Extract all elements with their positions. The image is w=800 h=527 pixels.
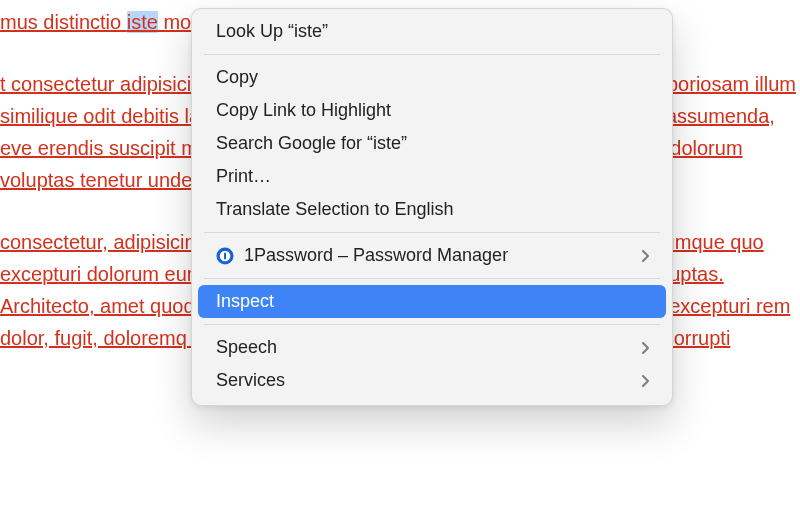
menu-item-inspect[interactable]: Inspect <box>198 285 666 318</box>
p1-pre: mus distinctio <box>0 11 127 33</box>
menu-label: Copy Link to Highlight <box>216 100 391 121</box>
menu-label: Print… <box>216 166 271 187</box>
onepassword-icon <box>216 247 234 265</box>
menu-separator <box>204 278 660 279</box>
menu-item-1password[interactable]: 1Password – Password Manager <box>198 239 666 272</box>
menu-label: Search Google for “iste” <box>216 133 407 154</box>
menu-separator <box>204 232 660 233</box>
menu-separator <box>204 324 660 325</box>
menu-label: Look Up “iste” <box>216 21 328 42</box>
menu-label: 1Password – Password Manager <box>244 245 508 266</box>
text-selection: iste <box>127 11 158 33</box>
svg-rect-2 <box>224 252 226 259</box>
menu-item-print[interactable]: Print… <box>198 160 666 193</box>
menu-item-speech[interactable]: Speech <box>198 331 666 364</box>
menu-item-search-google[interactable]: Search Google for “iste” <box>198 127 666 160</box>
menu-label: Inspect <box>216 291 274 312</box>
chevron-right-icon <box>642 250 650 262</box>
menu-separator <box>204 54 660 55</box>
menu-item-translate[interactable]: Translate Selection to English <box>198 193 666 226</box>
chevron-right-icon <box>642 375 650 387</box>
menu-label: Copy <box>216 67 258 88</box>
menu-label: Translate Selection to English <box>216 199 453 220</box>
context-menu: Look Up “iste” Copy Copy Link to Highlig… <box>191 8 673 406</box>
menu-item-copy[interactable]: Copy <box>198 61 666 94</box>
menu-item-services[interactable]: Services <box>198 364 666 397</box>
page-root: mus distinctio iste modi adipisci quam e… <box>0 0 800 527</box>
chevron-right-icon <box>642 342 650 354</box>
menu-item-copy-link-highlight[interactable]: Copy Link to Highlight <box>198 94 666 127</box>
menu-item-look-up[interactable]: Look Up “iste” <box>198 15 666 48</box>
menu-label: Speech <box>216 337 277 358</box>
menu-label: Services <box>216 370 285 391</box>
